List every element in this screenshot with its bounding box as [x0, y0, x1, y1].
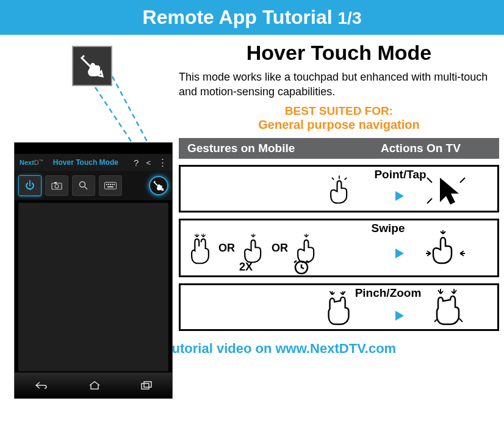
phone-screen-title: Hover Touch Mode [53, 158, 126, 167]
banner-page: 1/3 [338, 9, 362, 27]
recent-button[interactable] [141, 381, 152, 390]
phone-system-nav [15, 372, 172, 398]
header-actions: Actions On TV [381, 142, 491, 155]
tap-gesture-icon [323, 173, 355, 205]
hover-touch-tab-active[interactable] [149, 176, 168, 195]
help-icon[interactable]: ? [134, 158, 139, 168]
svg-rect-8 [106, 184, 107, 185]
sub-2x: 2X [239, 261, 253, 274]
arrow-icon [376, 308, 405, 323]
two-finger-swipe-icon [184, 233, 216, 264]
arrow-icon [376, 189, 405, 203]
svg-rect-9 [108, 184, 109, 185]
svg-rect-15 [144, 382, 151, 387]
clock-icon [293, 258, 310, 275]
best-suited: BEST SUITED FOR: General purpose navigat… [179, 104, 499, 132]
best-suited-label: BEST SUITED FOR: [179, 104, 499, 118]
camera-tab[interactable] [45, 175, 68, 196]
left-column: NextD™ Hover Touch Mode ? < ⋮ ⏻ [5, 41, 179, 331]
banner-title: Remote App Tutorial [143, 6, 333, 28]
description: This mode works like a touchpad but enha… [179, 70, 499, 100]
banner: Remote App Tutorial 1/3 [0, 0, 504, 35]
row3-label: Pinch/Zoom [339, 286, 437, 300]
row2-label: Swipe [364, 222, 412, 235]
phone-status-bar [15, 143, 172, 154]
hover-touch-mode-large-icon [72, 46, 112, 86]
search-tab[interactable] [72, 175, 95, 196]
svg-rect-10 [110, 184, 111, 185]
header-gestures: Gestures on Mobile [187, 142, 381, 155]
page-title: Hover Touch Mode [179, 41, 499, 65]
phone-logo: NextD™ [20, 159, 43, 166]
cursor-result-icon [425, 172, 467, 209]
zoom-result-icon [430, 288, 469, 329]
gesture-table-header: Gestures on Mobile Actions On TV [179, 138, 499, 159]
keyboard-tab[interactable] [99, 175, 122, 196]
gesture-row-point-tap: Point/Tap [179, 165, 499, 213]
right-column: Hover Touch Mode This mode works like a … [179, 41, 499, 331]
svg-point-5 [80, 182, 85, 187]
double-tap-swipe-icon [237, 233, 269, 264]
gesture-row-swipe: OR OR 2X Swipe [179, 219, 499, 277]
svg-rect-11 [112, 184, 113, 185]
svg-rect-12 [113, 184, 115, 185]
swipe-result-icon [425, 230, 466, 269]
phone-mode-tabs: ⏻ [15, 171, 172, 200]
touchpad-area[interactable] [18, 203, 168, 371]
power-tab[interactable]: ⏻ [18, 175, 41, 196]
share-icon[interactable]: < [146, 158, 151, 167]
svg-rect-7 [105, 183, 117, 189]
best-suited-value: General purpose navigation [179, 118, 499, 132]
back-button[interactable] [35, 381, 48, 390]
arrow-icon [376, 246, 405, 261]
or-text-1: OR [218, 242, 235, 255]
gesture-row-pinch-zoom: Pinch/Zoom [179, 283, 499, 331]
or-text-2: OR [272, 242, 288, 255]
menu-icon[interactable]: ⋮ [158, 157, 167, 168]
svg-rect-4 [54, 182, 57, 184]
home-button[interactable] [88, 381, 101, 390]
svg-rect-13 [107, 186, 113, 187]
svg-rect-14 [142, 383, 149, 389]
svg-line-6 [85, 187, 87, 189]
svg-point-3 [55, 184, 59, 188]
content: NextD™ Hover Touch Mode ? < ⋮ ⏻ [0, 35, 504, 331]
phone-app-header: NextD™ Hover Touch Mode ? < ⋮ [15, 154, 172, 171]
phone-mockup: NextD™ Hover Touch Mode ? < ⋮ ⏻ [14, 142, 173, 399]
